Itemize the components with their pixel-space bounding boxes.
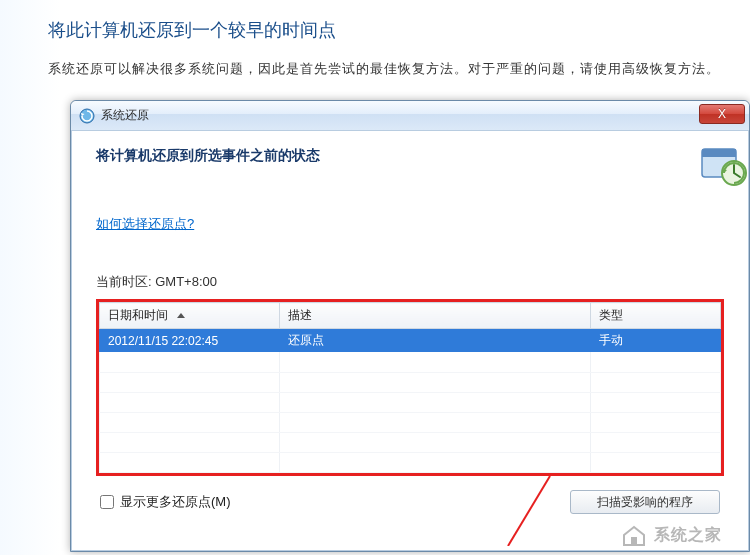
svg-rect-2: [702, 149, 736, 157]
table-row[interactable]: [100, 412, 721, 432]
show-more-label: 显示更多还原点(M): [120, 493, 231, 511]
cell-date: 2012/11/15 22:02:45: [100, 329, 280, 353]
cell-type: 手动: [591, 329, 721, 353]
body-title: 将计算机还原到所选事件之前的状态: [96, 147, 320, 165]
sort-ascending-icon: [177, 313, 185, 318]
show-more-checkbox[interactable]: [100, 495, 114, 509]
cell-description: 还原点: [280, 329, 591, 353]
scan-affected-programs-button[interactable]: 扫描受影响的程序: [570, 490, 720, 514]
system-restore-icon: [79, 108, 95, 124]
column-header-description[interactable]: 描述: [280, 303, 591, 329]
show-more-checkbox-wrap[interactable]: 显示更多还原点(M): [100, 493, 231, 511]
table-row[interactable]: [100, 392, 721, 412]
close-icon: X: [718, 107, 726, 121]
page-description: 系统还原可以解决很多系统问题，因此是首先尝试的最佳恢复方法。对于严重的问题，请使…: [48, 60, 750, 78]
window-title: 系统还原: [101, 107, 149, 124]
timezone-label: 当前时区: GMT+8:00: [96, 273, 724, 291]
help-link[interactable]: 如何选择还原点?: [96, 215, 194, 233]
window-body: 将计算机还原到所选事件之前的状态 如何选择还原点? 当前时区: GMT+8:00…: [71, 131, 749, 551]
restore-points-highlight: 日期和时间 描述 类型 2012/11/15 22:02:45 还原点 手动: [96, 299, 724, 476]
column-header-date-label: 日期和时间: [108, 308, 168, 322]
column-header-type[interactable]: 类型: [591, 303, 721, 329]
page-heading: 将此计算机还原到一个较早的时间点: [48, 18, 750, 42]
close-button[interactable]: X: [699, 104, 745, 124]
table-row[interactable]: [100, 352, 721, 372]
table-row[interactable]: [100, 432, 721, 452]
restore-clock-icon: [696, 139, 748, 191]
table-row[interactable]: 2012/11/15 22:02:45 还原点 手动: [100, 329, 721, 353]
table-row[interactable]: [100, 372, 721, 392]
column-header-date[interactable]: 日期和时间: [100, 303, 280, 329]
system-restore-window: 系统还原 X 将计算机还原到所选事件之前的状态 如何选择还原点? 当前时区: G…: [70, 100, 750, 552]
table-row[interactable]: [100, 452, 721, 472]
restore-points-table: 日期和时间 描述 类型 2012/11/15 22:02:45 还原点 手动: [99, 302, 721, 473]
titlebar: 系统还原 X: [71, 101, 749, 131]
